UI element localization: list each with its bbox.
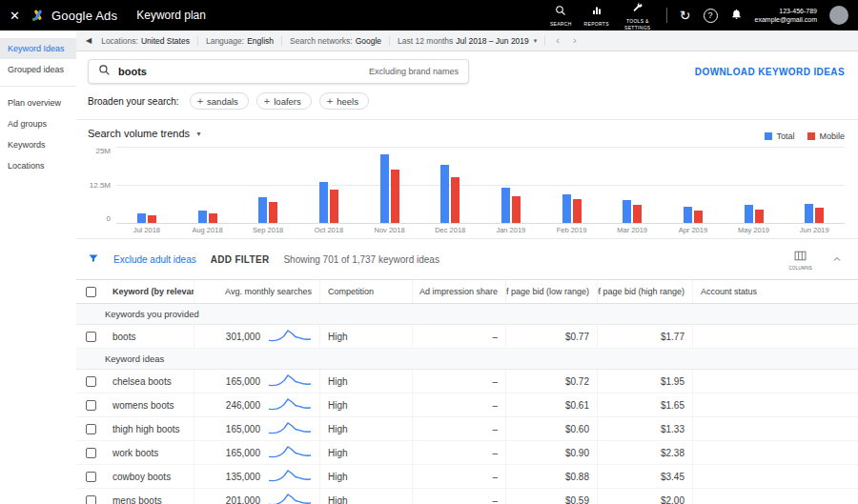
sidebar-item-locations[interactable]: Locations <box>0 155 76 176</box>
bar-pair <box>198 147 217 223</box>
bar-total <box>440 165 449 223</box>
header-label: Competition <box>328 287 374 296</box>
column-header-top-of-page-bid-low-range[interactable]: Top of page bid (low range) <box>506 280 598 303</box>
topbar: ✕ Google Ads Keyword plan SEARCH REPORTS <box>0 0 858 30</box>
sparkline <box>268 329 312 344</box>
bar-total <box>684 207 692 223</box>
bar-pair <box>137 147 156 223</box>
networks-setting[interactable]: Search networks: Google <box>290 36 381 46</box>
keyword-cell: work boots <box>105 441 194 464</box>
notifications-bell-icon[interactable] <box>730 7 743 24</box>
sidebar-item-keywords[interactable]: Keywords <box>0 134 76 155</box>
table-row[interactable]: work boots165,000High–$0.90$2.38 <box>76 441 858 465</box>
x-tick-label: Mar 2019 <box>617 226 647 234</box>
avg-searches-cell: 201,000 <box>194 489 320 504</box>
filter-funnel-icon[interactable] <box>88 251 99 268</box>
sidebar-item-plan-overview[interactable]: Plan overview <box>0 92 76 113</box>
column-header-top-of-page-bid-high-range[interactable]: Top of page bid (high range) <box>598 280 693 303</box>
column-header-avg-monthly-searches[interactable]: Avg. monthly searches <box>194 280 320 303</box>
row-checkbox[interactable] <box>86 472 96 482</box>
account-info[interactable]: 123-456-789 example@gmail.com <box>755 7 817 25</box>
bar-mobile <box>633 205 642 223</box>
refresh-icon[interactable]: ↻ <box>680 9 691 22</box>
table-row[interactable]: cowboy boots135,000High–$0.88$3.45 <box>76 465 858 489</box>
bar-group: May 2019 <box>724 147 785 234</box>
broaden-chip-heels[interactable]: +heels <box>319 92 369 110</box>
add-filter-button[interactable]: ADD FILTER <box>211 254 270 265</box>
sidebar-item-keyword-ideas[interactable]: Keyword Ideas <box>0 38 76 59</box>
help-icon[interactable]: ? <box>704 9 718 23</box>
x-tick-label: Dec 2018 <box>435 226 465 234</box>
columns-button[interactable]: COLUMNS <box>788 248 812 271</box>
row-checkbox[interactable] <box>86 376 96 387</box>
bar-total <box>501 188 510 223</box>
column-header-competition[interactable]: Competition <box>320 280 413 303</box>
y-tick-label: 0 <box>107 214 111 223</box>
broaden-chip-loafers[interactable]: +loafers <box>256 92 312 110</box>
row-checkbox[interactable] <box>86 495 96 504</box>
sidebar: Keyword IdeasGrouped ideasPlan overviewA… <box>0 30 76 504</box>
row-checkbox[interactable] <box>86 400 96 411</box>
section-title-keywords-you-provided: Keywords you provided <box>76 304 858 325</box>
sidebar-item-grouped-ideas[interactable]: Grouped ideas <box>0 59 76 80</box>
tools-settings-nav-button[interactable]: TOOLS & SETTINGS <box>622 0 654 30</box>
table-body: Keywords you providedboots301,000High–$0… <box>76 304 858 504</box>
row-checkbox-cell <box>76 370 105 393</box>
bar-pair <box>623 147 642 223</box>
account-status-cell <box>693 441 858 464</box>
column-header-account-status[interactable]: Account status <box>693 280 858 303</box>
search-icon <box>555 3 566 20</box>
keyword-table: Keyword (by relevance)↓Avg. monthly sear… <box>76 279 858 504</box>
row-checkbox[interactable] <box>86 332 96 342</box>
table-row[interactable]: thigh high boots165,000High–$0.60$1.33 <box>76 417 858 441</box>
select-all-checkbox[interactable] <box>86 287 96 297</box>
language-setting[interactable]: Language: English <box>206 36 274 46</box>
bar-mobile <box>330 190 338 223</box>
date-range-dropdown[interactable]: Last 12 months Jul 2018 – Jun 2019 ▾ <box>398 36 537 46</box>
bar-mobile <box>694 211 703 223</box>
bid-low-cell: $0.90 <box>506 441 598 464</box>
bar-mobile <box>391 170 399 223</box>
search-nav-button[interactable]: SEARCH <box>550 3 572 27</box>
back-chevron-icon[interactable]: ◀ <box>86 36 92 45</box>
locations-setting[interactable]: Locations: United States <box>101 36 190 46</box>
x-tick-label: Jun 2019 <box>800 226 829 234</box>
bar-group: Feb 2019 <box>541 147 603 234</box>
networks-value: Google <box>356 36 381 46</box>
table-row[interactable]: womens boots246,000High–$0.61$1.65 <box>76 393 858 417</box>
bar-group: Jan 2019 <box>480 147 541 234</box>
bid-low-cell: $0.72 <box>506 370 598 393</box>
bar-mobile <box>573 199 582 223</box>
next-period-chevron-icon[interactable]: › <box>570 35 580 46</box>
prev-period-chevron-icon[interactable]: ‹ <box>553 35 562 46</box>
exclude-adult-ideas-link[interactable]: Exclude adult ideas <box>113 254 196 265</box>
locations-value: United States <box>141 36 190 46</box>
reports-nav-button[interactable]: REPORTS <box>584 3 609 27</box>
sidebar-item-ad-groups[interactable]: Ad groups <box>0 113 76 134</box>
x-tick-label: Aug 2018 <box>192 226 222 234</box>
table-row[interactable]: chelsea boots165,000High–$0.72$1.95 <box>76 370 858 393</box>
row-checkbox[interactable] <box>86 448 96 458</box>
broaden-chip-sandals[interactable]: +sandals <box>190 92 249 110</box>
column-header-keyword-by-relevance[interactable]: Keyword (by relevance)↓ <box>105 280 194 303</box>
ad-impression-share-cell: – <box>413 370 506 393</box>
keyword-cell: chelsea boots <box>105 370 194 393</box>
search-volume-trends-dropdown[interactable]: Search volume trends ▼ <box>88 126 202 143</box>
settings-divider <box>389 36 390 46</box>
locations-label: Locations: <box>101 36 138 46</box>
keyword-search-input[interactable]: boots Excluding brand names <box>88 59 469 84</box>
bar-group: Dec 2018 <box>419 147 480 234</box>
table-row[interactable]: mens boots201,000High–$0.59$2.00 <box>76 489 858 504</box>
account-id: 123-456-789 <box>755 7 817 15</box>
close-icon[interactable]: ✕ <box>10 9 31 23</box>
collapse-chevron-up-icon[interactable] <box>831 253 843 265</box>
sparkline <box>268 397 312 413</box>
table-row[interactable]: boots301,000High–$0.77$1.77 <box>76 325 858 349</box>
download-keyword-ideas-button[interactable]: DOWNLOAD KEYWORD IDEAS <box>695 67 845 77</box>
row-checkbox[interactable] <box>86 424 96 434</box>
account-status-cell <box>693 325 858 348</box>
avatar[interactable] <box>829 6 848 25</box>
bid-high-cell: $3.45 <box>598 465 693 488</box>
bar-mobile <box>148 215 156 223</box>
column-header-ad-impression-share[interactable]: Ad impression share <box>413 280 506 303</box>
